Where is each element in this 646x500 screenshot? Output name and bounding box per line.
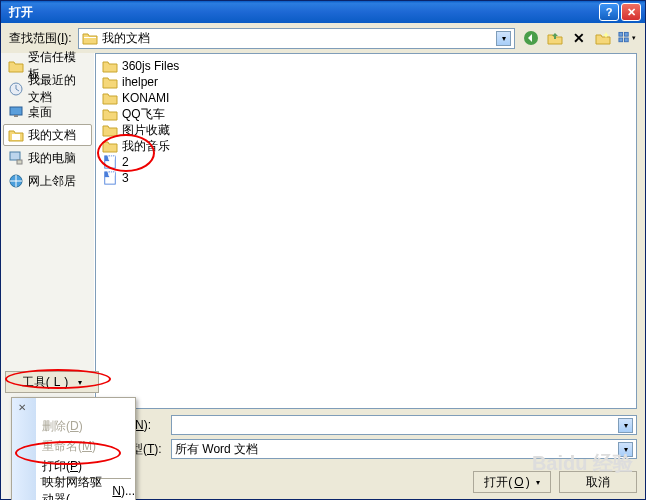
svg-rect-2 [625,32,629,36]
svg-rect-9 [10,152,20,160]
list-item[interactable]: ihelper [102,74,630,90]
lookin-combo[interactable]: 我的文档 ▾ [78,28,515,49]
menu-close-icon: ✕ [12,398,135,416]
place-mydocs[interactable]: 我的文档 [3,124,92,146]
window-title: 打开 [5,4,599,21]
network-icon [8,173,24,189]
desktop-icon [8,104,24,120]
close-button[interactable]: ✕ [621,3,641,21]
place-label: 桌面 [28,104,52,121]
filename-input[interactable]: ▾ [171,415,637,435]
lookin-value: 我的文档 [102,30,150,47]
recent-icon [8,81,24,97]
svg-text:W: W [107,171,117,178]
computer-icon [8,150,24,166]
watermark: Baidu 经验 [532,450,633,477]
svg-rect-10 [17,160,22,164]
folder-icon [102,139,118,153]
up-button[interactable] [545,28,565,48]
folder-icon [102,107,118,121]
list-item[interactable]: KONAMI [102,90,630,106]
svg-rect-8 [12,134,20,140]
new-folder-button[interactable] [593,28,613,48]
topbar: 查找范围(I): 我的文档 ▾ ✕ ▾ [1,23,645,53]
list-item[interactable]: W3 [102,170,630,186]
place-network[interactable]: 网上邻居 [3,170,92,192]
svg-text:W: W [107,155,117,162]
tools-menu: ✕ 删除(D) 重命名(M) 打印(P) 映射网络驱动器(N)... 属性(R) [11,397,136,500]
place-label: 我的电脑 [28,150,76,167]
back-button[interactable] [521,28,541,48]
folder-icon [8,58,24,74]
list-item[interactable]: QQ飞车 [102,106,630,122]
svg-rect-1 [619,32,623,36]
views-button[interactable]: ▾ [617,28,637,48]
titlebar: 打开 ? ✕ [1,1,645,23]
list-item[interactable]: 图片收藏 [102,122,630,138]
menu-delete: 删除(D) [12,416,135,436]
menu-rename: 重命名(M) [12,436,135,456]
word-doc-icon: W [102,171,118,185]
place-label: 网上邻居 [28,173,76,190]
file-list[interactable]: 360js Files ihelper KONAMI QQ飞车 图片收藏 我的音… [95,53,637,409]
folder-icon [102,91,118,105]
lookin-label: 查找范围(I): [9,30,72,47]
svg-rect-3 [619,38,623,42]
help-button[interactable]: ? [599,3,619,21]
tools-button[interactable]: 工具(L)▾ [5,371,99,393]
list-item[interactable]: 我的音乐 [102,138,630,154]
folder-icon [82,31,98,45]
place-desktop[interactable]: 桌面 [3,101,92,123]
place-label: 我的文档 [28,127,76,144]
list-item[interactable]: W2 [102,154,630,170]
menu-map-network[interactable]: 映射网络驱动器(N)... [12,481,135,500]
chevron-down-icon[interactable]: ▾ [496,31,511,46]
delete-button[interactable]: ✕ [569,28,589,48]
place-recent[interactable]: 我最近的文档 [3,78,92,100]
list-item[interactable]: 360js Files [102,58,630,74]
word-doc-icon: W [102,155,118,169]
chevron-down-icon[interactable]: ▾ [618,418,633,433]
svg-rect-6 [10,107,22,115]
folder-icon [102,75,118,89]
svg-rect-4 [625,38,629,42]
folder-icon [102,123,118,137]
open-dialog: 打开 ? ✕ 查找范围(I): 我的文档 ▾ ✕ ▾ 受信任模板 [0,0,646,500]
svg-rect-7 [14,115,18,117]
menu-print[interactable]: 打印(P) [12,456,135,476]
mydocs-icon [8,127,24,143]
place-computer[interactable]: 我的电脑 [3,147,92,169]
folder-icon [102,59,118,73]
